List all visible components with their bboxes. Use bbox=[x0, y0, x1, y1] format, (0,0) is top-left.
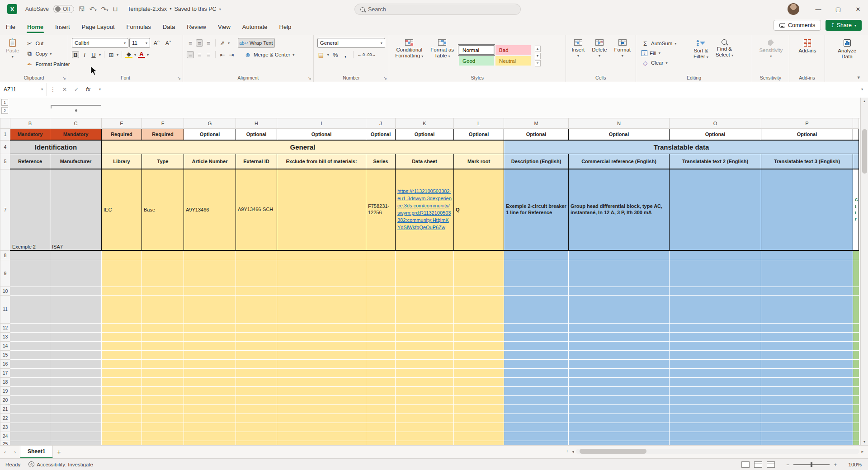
cell-r4-c0[interactable]: Identification bbox=[10, 140, 102, 154]
cell-r17-c5[interactable] bbox=[236, 368, 277, 377]
cell-r24-partial[interactable] bbox=[853, 432, 859, 441]
cell-r23-c3[interactable] bbox=[142, 423, 184, 432]
cell-r13-c2[interactable] bbox=[102, 332, 142, 341]
cell-r17-c9[interactable] bbox=[454, 368, 504, 377]
cell-r11-c11[interactable] bbox=[569, 295, 670, 323]
cell-r7-c9[interactable]: Q bbox=[454, 169, 504, 250]
cell-r9-c12[interactable] bbox=[670, 260, 761, 287]
cell-r5-c7[interactable]: Series bbox=[366, 154, 396, 169]
align-middle-icon[interactable]: ≡ bbox=[196, 39, 203, 47]
font-size-select[interactable]: 11▾ bbox=[129, 38, 150, 48]
cell-style-normal[interactable]: Normal bbox=[459, 45, 494, 55]
cell-r22-c9[interactable] bbox=[454, 414, 504, 423]
cell-r22-c8[interactable] bbox=[396, 414, 454, 423]
cell-r15-c9[interactable] bbox=[454, 350, 504, 359]
cell-r24-c8[interactable] bbox=[396, 432, 454, 441]
cell-r14-partial[interactable] bbox=[853, 341, 859, 350]
cell-r25-c6[interactable] bbox=[277, 441, 366, 445]
cell-r14-c6[interactable] bbox=[277, 341, 366, 350]
customize-toolbar-icon[interactable]: ⊔ bbox=[113, 5, 118, 13]
cell-r7-c4[interactable]: A9Y13466 bbox=[184, 169, 236, 250]
cell-r11-c7[interactable] bbox=[366, 295, 396, 323]
cell-r21-c1[interactable] bbox=[50, 404, 102, 414]
cell-r20-c5[interactable] bbox=[236, 395, 277, 404]
number-format-select[interactable]: General▾ bbox=[317, 38, 385, 48]
cell-r16-c1[interactable] bbox=[50, 359, 102, 368]
fill-color-icon[interactable]: ◆ bbox=[125, 51, 132, 58]
increase-indent-icon[interactable]: ⇥ bbox=[228, 51, 235, 58]
bold-button[interactable]: B bbox=[72, 51, 79, 58]
row-header-24[interactable]: 24 bbox=[0, 432, 10, 441]
cell-r17-c8[interactable] bbox=[396, 368, 454, 377]
cell-r12-c11[interactable] bbox=[569, 323, 670, 332]
cell-r14-c7[interactable] bbox=[366, 341, 396, 350]
column-header-E[interactable]: E bbox=[102, 118, 142, 128]
cell-r13-c8[interactable] bbox=[396, 332, 454, 341]
minimize-button[interactable]: — bbox=[808, 0, 828, 18]
collapse-ribbon-icon[interactable]: ▾ bbox=[857, 75, 860, 80]
cell-r8-c12[interactable] bbox=[670, 250, 761, 260]
cell-r5-c5[interactable]: External ID bbox=[236, 154, 277, 169]
cell-r25-c10[interactable] bbox=[504, 441, 569, 445]
cell-r16-c8[interactable] bbox=[396, 359, 454, 368]
cell-r18-c7[interactable] bbox=[366, 377, 396, 386]
analyze-data-button[interactable]: AnalyzeData bbox=[835, 38, 859, 74]
cell-r25-partial[interactable] bbox=[853, 441, 859, 445]
cell-r21-partial[interactable] bbox=[853, 404, 859, 414]
tab-review[interactable]: Review bbox=[181, 20, 212, 34]
cell-r11-c12[interactable] bbox=[670, 295, 761, 323]
cell-r14-c5[interactable] bbox=[236, 341, 277, 350]
cell-r18-c12[interactable] bbox=[670, 377, 761, 386]
increase-decimal-icon[interactable]: ←.0 bbox=[358, 51, 365, 58]
cell-r21-c4[interactable] bbox=[184, 404, 236, 414]
cell-r18-c8[interactable] bbox=[396, 377, 454, 386]
cell-r25-c8[interactable] bbox=[396, 441, 454, 445]
cell-r23-c12[interactable] bbox=[670, 423, 761, 432]
user-avatar[interactable] bbox=[788, 3, 799, 15]
cell-r14-c2[interactable] bbox=[102, 341, 142, 350]
column-header-J[interactable]: J bbox=[366, 118, 396, 128]
sort-filter-button[interactable]: AZ Sort &Filter ▾ bbox=[691, 38, 711, 74]
cell-r21-c12[interactable] bbox=[670, 404, 761, 414]
data-sheet-hyperlink[interactable]: https://r1132100503382-eu1-3dswym.3dexpe… bbox=[397, 188, 452, 231]
cell-r11-c6[interactable] bbox=[277, 295, 366, 323]
cell-r24-c1[interactable] bbox=[50, 432, 102, 441]
alignment-dialog-launcher-icon[interactable]: ↘ bbox=[308, 76, 311, 80]
row-header-10[interactable]: 10 bbox=[0, 287, 10, 295]
cell-r22-c5[interactable] bbox=[236, 414, 277, 423]
cell-r1-c13[interactable]: Optional bbox=[761, 128, 853, 140]
cell-r19-partial[interactable] bbox=[853, 386, 859, 395]
cell-r1-c8[interactable]: Optional bbox=[396, 128, 454, 140]
cell-r1-c5[interactable]: Optional bbox=[236, 128, 277, 140]
cell-r8-partial[interactable] bbox=[853, 250, 859, 260]
cell-r10-c9[interactable] bbox=[454, 287, 504, 295]
cell-r12-c8[interactable] bbox=[396, 323, 454, 332]
decrease-decimal-icon[interactable]: .00→ bbox=[368, 51, 375, 58]
cell-r9-c0[interactable] bbox=[10, 260, 50, 287]
cell-r19-c11[interactable] bbox=[569, 386, 670, 395]
row-header-8[interactable]: 8 bbox=[0, 250, 10, 260]
align-right-icon[interactable]: ≡ bbox=[205, 51, 212, 58]
cell-r19-c9[interactable] bbox=[454, 386, 504, 395]
cell-r15-c6[interactable] bbox=[277, 350, 366, 359]
cell-r25-c13[interactable] bbox=[761, 441, 853, 445]
number-dialog-launcher-icon[interactable]: ↘ bbox=[384, 76, 387, 80]
cell-r8-c3[interactable] bbox=[142, 250, 184, 260]
cell-r14-c0[interactable] bbox=[10, 341, 50, 350]
cell-r10-c5[interactable] bbox=[236, 287, 277, 295]
cell-r8-c7[interactable] bbox=[366, 250, 396, 260]
undo-icon[interactable]: ↶▾ bbox=[90, 5, 97, 13]
row-header-9[interactable]: 9 bbox=[0, 260, 10, 287]
cell-r19-c8[interactable] bbox=[396, 386, 454, 395]
cell-r13-c0[interactable] bbox=[10, 332, 50, 341]
cell-r10-c4[interactable] bbox=[184, 287, 236, 295]
cell-style-neutral[interactable]: Neutral bbox=[495, 56, 531, 66]
cell-r25-c3[interactable] bbox=[142, 441, 184, 445]
cell-r23-c5[interactable] bbox=[236, 423, 277, 432]
cell-r1-c10[interactable]: Optional bbox=[504, 128, 569, 140]
format-as-table-button[interactable]: Format asTable ▾ bbox=[428, 38, 456, 74]
cell-r8-c8[interactable] bbox=[396, 250, 454, 260]
cell-r20-c2[interactable] bbox=[102, 395, 142, 404]
cell-r9-c2[interactable] bbox=[102, 260, 142, 287]
cell-r22-c7[interactable] bbox=[366, 414, 396, 423]
